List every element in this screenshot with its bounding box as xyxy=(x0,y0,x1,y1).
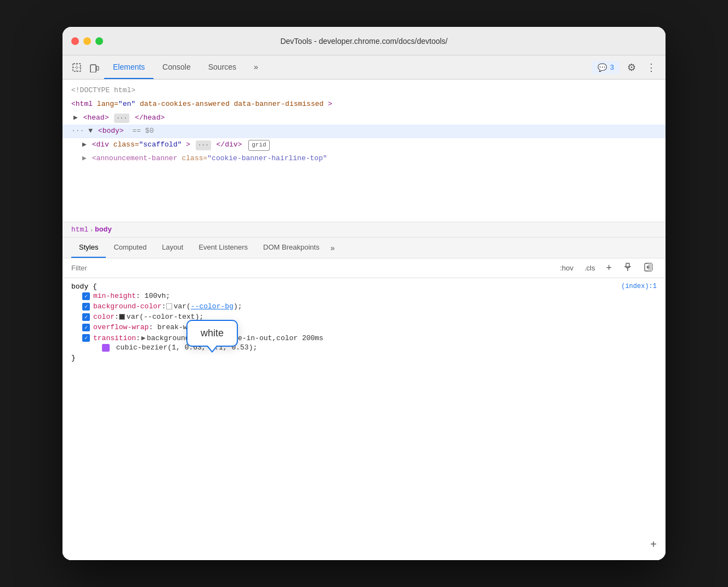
breadcrumb-body[interactable]: body xyxy=(95,225,112,234)
filter-input[interactable] xyxy=(71,264,556,272)
add-rule-button[interactable]: + xyxy=(650,539,657,551)
svg-rect-5 xyxy=(626,263,629,268)
tab-sources[interactable]: Sources xyxy=(200,55,245,79)
tab-elements[interactable]: Elements xyxy=(104,55,153,79)
prop-background-color: background-color : var(--color-bg); whit… xyxy=(71,301,657,312)
source-line-div[interactable]: ▶ <div class="scaffold" > ··· </div> gri… xyxy=(62,138,666,152)
checkbox-min-height[interactable] xyxy=(82,292,90,300)
svg-rect-3 xyxy=(90,65,96,72)
html-source-panel: <!DOCTYPE html> <html lang="en" data-coo… xyxy=(62,80,666,222)
devtools-toolbar: Elements Console Sources » 💬 3 ⚙ xyxy=(62,55,666,80)
tab-styles[interactable]: Styles xyxy=(71,238,106,258)
minimize-button[interactable] xyxy=(83,37,91,45)
window-title: DevTools - developer.chrome.com/docs/dev… xyxy=(280,37,447,46)
tab-event-listeners[interactable]: Event Listeners xyxy=(191,238,255,258)
css-rules-panel: (index):1 body { min-height : 100vh; bac… xyxy=(62,278,666,560)
maximize-button[interactable] xyxy=(95,37,103,45)
tab-dom-breakpoints[interactable]: DOM Breakpoints xyxy=(255,238,327,258)
checkbox-transition[interactable] xyxy=(82,334,90,342)
device-toggle-icon[interactable] xyxy=(87,60,102,75)
color-swatch-text[interactable] xyxy=(119,314,125,320)
more-options-icon[interactable]: ⋮ xyxy=(644,60,659,75)
color-swatch-bg[interactable] xyxy=(166,303,172,309)
prop-transition: transition : ▶ background 500ms ease-in-… xyxy=(71,332,657,343)
browser-window: DevTools - developer.chrome.com/docs/dev… xyxy=(62,27,666,560)
tab-layout[interactable]: Layout xyxy=(154,238,191,258)
svg-rect-4 xyxy=(96,66,99,70)
title-bar: DevTools - developer.chrome.com/docs/dev… xyxy=(62,27,666,55)
prop-overflow-wrap: overflow-wrap : break-word; xyxy=(71,322,657,332)
inspector-icon[interactable] xyxy=(69,60,84,75)
devtools-tabs: Elements Console Sources » xyxy=(104,55,267,79)
add-style-button[interactable]: + xyxy=(602,261,615,275)
breadcrumb: html › body xyxy=(62,222,666,238)
issues-count: 3 xyxy=(610,63,614,71)
checkbox-overflow-wrap[interactable] xyxy=(82,324,90,331)
tab-more[interactable]: » xyxy=(245,55,267,79)
toolbar-right: 💬 3 ⚙ ⋮ xyxy=(592,60,659,75)
close-button[interactable] xyxy=(71,37,79,45)
tooltip-content: white xyxy=(186,320,238,347)
breadcrumb-html[interactable]: html xyxy=(71,225,88,234)
source-line-html: <html lang="en" data-cookies-answered da… xyxy=(62,98,666,111)
pin-style-button[interactable] xyxy=(619,261,636,275)
source-line-body[interactable]: ··· ▼ <body> == $0 xyxy=(62,125,666,138)
styles-tabs-bar: Styles Computed Layout Event Listeners D… xyxy=(62,238,666,258)
tab-more-styles[interactable]: » xyxy=(327,244,338,252)
color-tooltip: white xyxy=(186,320,238,347)
filter-actions: :hov .cls + xyxy=(556,261,657,275)
traffic-lights xyxy=(71,37,103,45)
issues-badge[interactable]: 💬 3 xyxy=(592,61,619,74)
settings-icon[interactable]: ⚙ xyxy=(624,60,639,75)
cls-button[interactable]: .cls xyxy=(581,263,599,273)
source-line-doctype: <!DOCTYPE html> xyxy=(62,84,666,98)
tab-computed[interactable]: Computed xyxy=(106,238,154,258)
hov-button[interactable]: :hov xyxy=(556,263,577,273)
rule-closing: } xyxy=(71,352,657,364)
svg-rect-0 xyxy=(73,64,81,71)
source-line-head[interactable]: ▶ <head> ··· </head> xyxy=(62,111,666,125)
source-line-announcement[interactable]: ▶ <announcement-banner class="cookie-ban… xyxy=(62,152,666,166)
toggle-panel-button[interactable] xyxy=(640,261,657,275)
checkbox-color[interactable] xyxy=(82,313,90,321)
easing-swatch-2[interactable] xyxy=(102,344,110,352)
rule-header: (index):1 body { xyxy=(71,283,657,291)
prop-color: color : var(--color-text); xyxy=(71,312,657,322)
checkbox-background-color[interactable] xyxy=(82,303,90,311)
tooltip-text: white xyxy=(201,328,224,338)
rule-selector: body { xyxy=(71,283,97,291)
rule-source-link[interactable]: (index):1 xyxy=(621,283,657,290)
prop-min-height: min-height : 100vh; xyxy=(71,291,657,301)
prop-transition-line2: cubic-bezier(1, 0.63, 0.1, 0.53); xyxy=(71,343,657,352)
link-color-bg[interactable]: --color-bg xyxy=(191,302,234,311)
tab-console[interactable]: Console xyxy=(153,55,199,79)
filter-bar: :hov .cls + xyxy=(62,258,666,278)
devtools-panel: Elements Console Sources » 💬 3 ⚙ xyxy=(62,55,666,560)
transition-expand-icon[interactable]: ▶ xyxy=(141,334,146,342)
issues-icon: 💬 xyxy=(598,63,607,72)
